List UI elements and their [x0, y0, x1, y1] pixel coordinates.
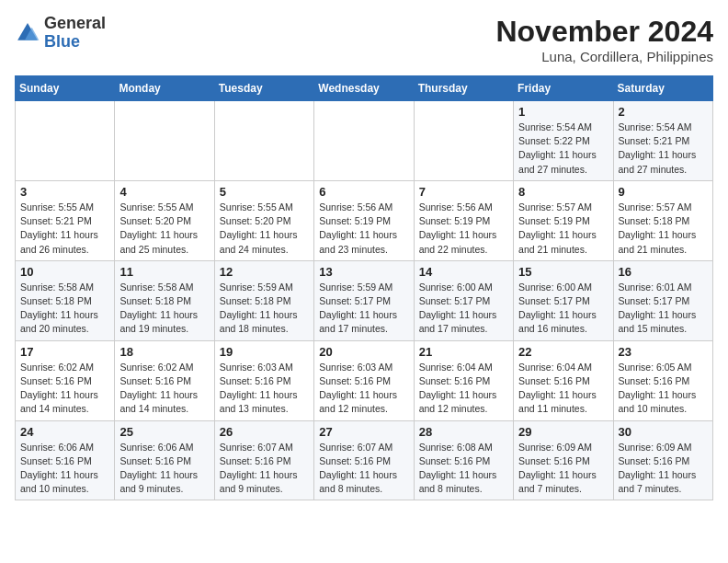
day-info: Sunrise: 5:55 AM Sunset: 5:21 PM Dayligh…: [20, 201, 109, 257]
logo-general-text: General: [44, 14, 106, 32]
day-number: 4: [119, 185, 209, 199]
calendar-cell-w1-d3: [314, 101, 414, 181]
day-number: 1: [518, 105, 608, 119]
calendar-cell-w4-d0: 17Sunrise: 6:02 AM Sunset: 5:16 PM Dayli…: [16, 340, 115, 420]
calendar-cell-w2-d2: 5Sunrise: 5:55 AM Sunset: 5:20 PM Daylig…: [214, 180, 313, 260]
day-number: 5: [220, 185, 309, 199]
day-info: Sunrise: 6:00 AM Sunset: 5:17 PM Dayligh…: [518, 281, 608, 337]
page-header: General Blue November 2024 Luna, Cordill…: [15, 15, 713, 64]
calendar-week-1: 1Sunrise: 5:54 AM Sunset: 5:22 PM Daylig…: [16, 101, 713, 181]
title-block: November 2024 Luna, Cordillera, Philippi…: [495, 15, 713, 64]
weekday-header-row: SundayMondayTuesdayWednesdayThursdayFrid…: [16, 76, 713, 101]
calendar-week-5: 24Sunrise: 6:06 AM Sunset: 5:16 PM Dayli…: [16, 420, 713, 500]
day-number: 29: [518, 425, 608, 439]
day-number: 23: [619, 345, 708, 359]
calendar-cell-w2-d3: 6Sunrise: 5:56 AM Sunset: 5:19 PM Daylig…: [314, 180, 414, 260]
day-info: Sunrise: 6:07 AM Sunset: 5:16 PM Dayligh…: [319, 441, 408, 497]
calendar-cell-w1-d0: [16, 101, 115, 181]
day-number: 17: [20, 345, 109, 359]
calendar-cell-w1-d5: 1Sunrise: 5:54 AM Sunset: 5:22 PM Daylig…: [514, 101, 613, 181]
day-number: 25: [119, 425, 209, 439]
day-number: 19: [220, 345, 309, 359]
day-info: Sunrise: 5:59 AM Sunset: 5:17 PM Dayligh…: [319, 281, 408, 337]
day-info: Sunrise: 6:07 AM Sunset: 5:16 PM Dayligh…: [220, 441, 309, 497]
day-number: 12: [220, 265, 309, 279]
calendar-cell-w5-d2: 26Sunrise: 6:07 AM Sunset: 5:16 PM Dayli…: [214, 420, 313, 500]
day-number: 2: [619, 105, 708, 119]
calendar-cell-w3-d1: 11Sunrise: 5:58 AM Sunset: 5:18 PM Dayli…: [115, 260, 214, 340]
calendar-cell-w3-d4: 14Sunrise: 6:00 AM Sunset: 5:17 PM Dayli…: [414, 260, 513, 340]
calendar-cell-w4-d1: 18Sunrise: 6:02 AM Sunset: 5:16 PM Dayli…: [115, 340, 214, 420]
day-info: Sunrise: 6:08 AM Sunset: 5:16 PM Dayligh…: [419, 441, 508, 497]
day-info: Sunrise: 6:06 AM Sunset: 5:16 PM Dayligh…: [119, 441, 209, 497]
calendar-cell-w1-d1: [115, 101, 214, 181]
calendar-cell-w3-d0: 10Sunrise: 5:58 AM Sunset: 5:18 PM Dayli…: [16, 260, 115, 340]
day-info: Sunrise: 6:04 AM Sunset: 5:16 PM Dayligh…: [518, 361, 608, 417]
day-info: Sunrise: 5:56 AM Sunset: 5:19 PM Dayligh…: [319, 201, 408, 257]
calendar-cell-w2-d1: 4Sunrise: 5:55 AM Sunset: 5:20 PM Daylig…: [115, 180, 214, 260]
day-info: Sunrise: 5:57 AM Sunset: 5:18 PM Dayligh…: [619, 201, 708, 257]
day-number: 22: [518, 345, 608, 359]
day-info: Sunrise: 5:58 AM Sunset: 5:18 PM Dayligh…: [119, 281, 209, 337]
day-number: 8: [518, 185, 608, 199]
calendar-cell-w4-d3: 20Sunrise: 6:03 AM Sunset: 5:16 PM Dayli…: [314, 340, 414, 420]
day-info: Sunrise: 5:55 AM Sunset: 5:20 PM Dayligh…: [220, 201, 309, 257]
weekday-header-friday: Friday: [514, 76, 613, 101]
day-info: Sunrise: 6:01 AM Sunset: 5:17 PM Dayligh…: [619, 281, 708, 337]
calendar-cell-w5-d6: 30Sunrise: 6:09 AM Sunset: 5:16 PM Dayli…: [613, 420, 712, 500]
weekday-header-wednesday: Wednesday: [314, 76, 414, 101]
month-year-title: November 2024: [495, 15, 713, 49]
day-number: 7: [419, 185, 508, 199]
weekday-header-sunday: Sunday: [16, 76, 115, 101]
day-number: 13: [319, 265, 408, 279]
day-info: Sunrise: 5:57 AM Sunset: 5:19 PM Dayligh…: [518, 201, 608, 257]
calendar-cell-w2-d5: 8Sunrise: 5:57 AM Sunset: 5:19 PM Daylig…: [514, 180, 613, 260]
day-info: Sunrise: 5:55 AM Sunset: 5:20 PM Dayligh…: [119, 201, 209, 257]
calendar-cell-w4-d6: 23Sunrise: 6:05 AM Sunset: 5:16 PM Dayli…: [613, 340, 712, 420]
calendar-cell-w1-d2: [214, 101, 313, 181]
calendar-cell-w2-d0: 3Sunrise: 5:55 AM Sunset: 5:21 PM Daylig…: [16, 180, 115, 260]
day-number: 28: [419, 425, 508, 439]
day-number: 21: [419, 345, 508, 359]
day-info: Sunrise: 5:59 AM Sunset: 5:18 PM Dayligh…: [220, 281, 309, 337]
day-info: Sunrise: 6:05 AM Sunset: 5:16 PM Dayligh…: [619, 361, 708, 417]
day-number: 30: [619, 425, 708, 439]
day-number: 11: [119, 265, 209, 279]
calendar-cell-w3-d2: 12Sunrise: 5:59 AM Sunset: 5:18 PM Dayli…: [214, 260, 313, 340]
day-info: Sunrise: 6:04 AM Sunset: 5:16 PM Dayligh…: [419, 361, 508, 417]
calendar-cell-w5-d3: 27Sunrise: 6:07 AM Sunset: 5:16 PM Dayli…: [314, 420, 414, 500]
calendar-cell-w5-d0: 24Sunrise: 6:06 AM Sunset: 5:16 PM Dayli…: [16, 420, 115, 500]
day-number: 15: [518, 265, 608, 279]
day-info: Sunrise: 5:54 AM Sunset: 5:22 PM Dayligh…: [518, 121, 608, 177]
day-number: 9: [619, 185, 708, 199]
logo-icon: [15, 20, 40, 46]
day-info: Sunrise: 6:02 AM Sunset: 5:16 PM Dayligh…: [119, 361, 209, 417]
weekday-header-monday: Monday: [115, 76, 214, 101]
day-info: Sunrise: 6:09 AM Sunset: 5:16 PM Dayligh…: [619, 441, 708, 497]
day-info: Sunrise: 6:00 AM Sunset: 5:17 PM Dayligh…: [419, 281, 508, 337]
weekday-header-tuesday: Tuesday: [214, 76, 313, 101]
calendar-cell-w4-d5: 22Sunrise: 6:04 AM Sunset: 5:16 PM Dayli…: [514, 340, 613, 420]
calendar-cell-w1-d4: [414, 101, 513, 181]
day-number: 6: [319, 185, 408, 199]
calendar-week-2: 3Sunrise: 5:55 AM Sunset: 5:21 PM Daylig…: [16, 180, 713, 260]
calendar-cell-w5-d5: 29Sunrise: 6:09 AM Sunset: 5:16 PM Dayli…: [514, 420, 613, 500]
day-number: 3: [20, 185, 109, 199]
calendar-cell-w3-d6: 16Sunrise: 6:01 AM Sunset: 5:17 PM Dayli…: [613, 260, 712, 340]
day-info: Sunrise: 5:58 AM Sunset: 5:18 PM Dayligh…: [20, 281, 109, 337]
calendar-table: SundayMondayTuesdayWednesdayThursdayFrid…: [15, 75, 713, 500]
calendar-cell-w3-d3: 13Sunrise: 5:59 AM Sunset: 5:17 PM Dayli…: [314, 260, 414, 340]
calendar-cell-w3-d5: 15Sunrise: 6:00 AM Sunset: 5:17 PM Dayli…: [514, 260, 613, 340]
day-number: 18: [119, 345, 209, 359]
day-number: 16: [619, 265, 708, 279]
day-info: Sunrise: 6:09 AM Sunset: 5:16 PM Dayligh…: [518, 441, 608, 497]
day-number: 24: [20, 425, 109, 439]
calendar-cell-w4-d4: 21Sunrise: 6:04 AM Sunset: 5:16 PM Dayli…: [414, 340, 513, 420]
day-info: Sunrise: 5:54 AM Sunset: 5:21 PM Dayligh…: [619, 121, 708, 177]
weekday-header-thursday: Thursday: [414, 76, 513, 101]
calendar-week-4: 17Sunrise: 6:02 AM Sunset: 5:16 PM Dayli…: [16, 340, 713, 420]
calendar-cell-w4-d2: 19Sunrise: 6:03 AM Sunset: 5:16 PM Dayli…: [214, 340, 313, 420]
day-info: Sunrise: 5:56 AM Sunset: 5:19 PM Dayligh…: [419, 201, 508, 257]
day-number: 10: [20, 265, 109, 279]
day-number: 20: [319, 345, 408, 359]
